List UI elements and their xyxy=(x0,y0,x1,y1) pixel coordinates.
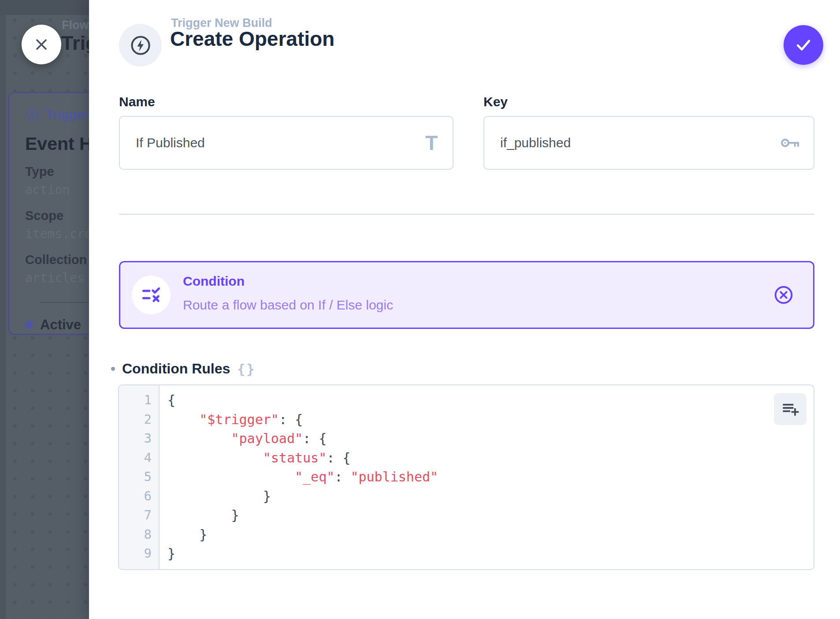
code-line: } xyxy=(167,487,814,506)
code-line: } xyxy=(167,525,814,544)
condition-title: Condition xyxy=(183,274,245,289)
status-label: Active xyxy=(40,317,81,333)
card-field-label: Type xyxy=(25,164,89,179)
dimmed-module-bar xyxy=(0,15,6,619)
close-icon xyxy=(33,36,50,53)
title-case-icon[interactable]: T xyxy=(425,133,438,153)
key-input-value: if_published xyxy=(500,135,571,150)
card-field-label: Collection xyxy=(25,253,89,267)
condition-rules-editor[interactable]: 123456789 { "$trigger": { "payload": { "… xyxy=(118,384,814,570)
line-number: 6 xyxy=(119,487,152,506)
line-number: 5 xyxy=(119,467,152,487)
code-line: "status": { xyxy=(167,448,814,468)
card-field: Scopeitems.cre xyxy=(25,209,89,241)
code-line: } xyxy=(167,506,814,525)
screen: Flows Trig Trigger Event Ho TypeactionSc… xyxy=(0,0,840,619)
card-field: Typeaction xyxy=(25,164,89,197)
edited-dot xyxy=(111,367,115,371)
card-field-label: Scope xyxy=(25,209,89,223)
condition-rules-header: Condition Rules {} xyxy=(111,361,256,377)
dimmed-background: Flows Trig Trigger Event Ho TypeactionSc… xyxy=(0,0,89,619)
key-icon xyxy=(778,131,801,154)
bolt-circle-icon xyxy=(25,107,40,122)
trigger-card-heading: Event Ho xyxy=(25,134,89,154)
card-divider xyxy=(40,302,89,303)
remove-condition-button[interactable] xyxy=(773,284,795,306)
card-field: Collectionarticles xyxy=(25,253,89,285)
condition-operation-panel[interactable]: Condition Route a flow based on If / Els… xyxy=(119,261,814,329)
card-field-value: action xyxy=(25,183,89,197)
code-line: "_eq": "published" xyxy=(167,467,814,487)
condition-icon-circle xyxy=(132,276,171,314)
page-title: Trig xyxy=(61,32,89,55)
status-dot xyxy=(25,321,33,329)
key-input[interactable]: if_published xyxy=(483,116,814,170)
name-input[interactable]: If Published T xyxy=(119,116,453,170)
raw-json-icon[interactable]: {} xyxy=(237,361,256,377)
trigger-card: Trigger Event Ho TypeactionScopeitems.cr… xyxy=(8,92,89,335)
status-toggle[interactable]: Active xyxy=(25,317,89,333)
breadcrumb: Flows xyxy=(62,19,89,32)
line-number: 3 xyxy=(119,429,152,448)
line-number: 9 xyxy=(119,544,152,563)
key-field-label: Key xyxy=(483,94,508,109)
line-number: 1 xyxy=(119,391,152,410)
line-number: 4 xyxy=(119,448,152,468)
trigger-badge-label: Trigger xyxy=(45,108,89,122)
trigger-card-fields: TypeactionScopeitems.creCollectionarticl… xyxy=(25,164,89,297)
name-field-label: Name xyxy=(119,94,155,109)
line-number-gutter: 123456789 xyxy=(119,385,160,569)
card-field-value: items.cre xyxy=(25,227,89,241)
name-input-value: If Published xyxy=(136,135,205,150)
cancel-circle-icon xyxy=(773,284,795,306)
card-field-value: articles xyxy=(25,271,89,285)
drawer-header-icon xyxy=(119,24,162,67)
close-drawer-button[interactable] xyxy=(22,25,61,64)
playlist-add-icon xyxy=(781,399,800,419)
format-json-button[interactable] xyxy=(774,393,807,425)
condition-subtitle: Route a flow based on If / Else logic xyxy=(183,298,393,313)
condition-rules-label: Condition Rules xyxy=(122,361,230,377)
code-line: "payload": { xyxy=(167,429,814,448)
check-icon xyxy=(794,35,813,55)
bolt-circle-icon xyxy=(129,34,152,57)
save-button[interactable] xyxy=(784,25,823,65)
rule-icon xyxy=(140,284,162,306)
section-divider xyxy=(119,214,814,215)
code-line: "$trigger": { xyxy=(167,410,814,429)
code-line: { xyxy=(167,391,814,410)
line-number: 2 xyxy=(119,410,152,429)
line-number: 8 xyxy=(119,525,152,544)
create-operation-drawer: Trigger New Build Create Operation Name … xyxy=(89,0,840,619)
dimmed-header-band xyxy=(0,0,89,15)
line-number: 7 xyxy=(119,506,152,525)
trigger-badge: Trigger xyxy=(25,107,89,122)
code-content[interactable]: { "$trigger": { "payload": { "status": {… xyxy=(160,385,814,569)
code-line: } xyxy=(167,544,814,563)
drawer-title: Create Operation xyxy=(170,27,335,51)
